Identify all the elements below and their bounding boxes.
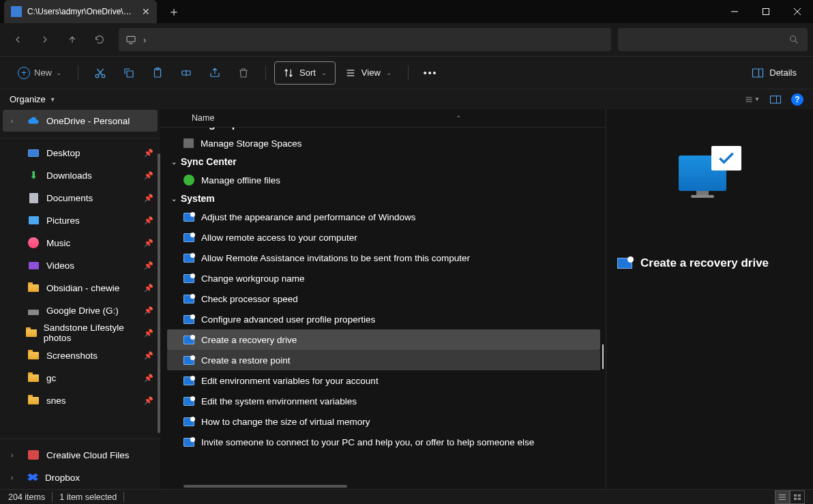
view-toggle-button[interactable]: ▼ — [745, 92, 760, 107]
list-item[interactable]: Edit environment variables for your acco… — [167, 370, 600, 391]
sidebar-item-documents[interactable]: Documents📌 — [3, 187, 158, 209]
window-tab[interactable]: C:\Users\admyr\OneDrive\Des ✕ — [4, 0, 157, 23]
group-header-system[interactable]: ⌄System — [167, 190, 600, 207]
view-label: View — [361, 68, 381, 78]
new-button[interactable]: + New ⌄ — [10, 61, 70, 85]
sidebar-item-downloads[interactable]: ⬇Downloads📌 — [3, 164, 158, 186]
sidebar-item-dropbox[interactable]: ›Dropbox — [3, 466, 158, 488]
details-view-button[interactable] — [775, 490, 790, 504]
tab-close-icon[interactable]: ✕ — [142, 6, 150, 17]
status-bar: 204 items 1 item selected — [0, 489, 813, 504]
chevron-down-icon: ⌄ — [171, 128, 177, 128]
document-icon — [27, 192, 40, 203]
expand-chevron-icon[interactable]: › — [11, 117, 20, 125]
organize-button[interactable]: Organize ▼ — [10, 94, 56, 104]
sidebar-item-pictures[interactable]: Pictures📌 — [3, 209, 158, 231]
forward-button[interactable] — [33, 27, 57, 52]
svg-rect-4 — [127, 36, 135, 42]
column-name-header[interactable]: Name — [192, 113, 214, 123]
help-button[interactable]: ? — [791, 93, 803, 106]
view-button[interactable]: View ⌄ — [337, 61, 400, 85]
group-header-storage-spaces[interactable]: ⌄Storage Spaces — [167, 128, 600, 133]
status-item-count: 204 items — [8, 492, 45, 502]
organize-bar: Organize ▼ ▼ ? — [0, 89, 813, 109]
sort-button[interactable]: Sort ⌄ — [274, 61, 336, 85]
address-bar[interactable]: › — [119, 28, 611, 51]
organize-label: Organize — [10, 94, 46, 104]
control-panel-icon — [183, 274, 194, 283]
sidebar-item-screenshots[interactable]: Screenshots📌 — [3, 344, 158, 366]
list-item[interactable]: Edit the system environment variables — [167, 391, 600, 411]
list-item[interactable]: Adjust the appearance and performance of… — [167, 207, 600, 227]
more-button[interactable]: ••• — [417, 68, 445, 78]
list-item[interactable]: Manage offline files — [167, 170, 600, 190]
preview-toggle-button[interactable] — [768, 92, 783, 107]
list-item[interactable]: Manage Storage Spaces — [167, 133, 600, 153]
svg-rect-10 — [127, 71, 133, 77]
horizontal-scrollbar[interactable] — [183, 485, 347, 488]
sidebar-item-onedrive[interactable]: › OneDrive - Personal — [3, 110, 158, 132]
list-item-selected[interactable]: Create a recovery drive — [167, 329, 600, 350]
minimize-button[interactable] — [719, 0, 750, 23]
sidebar-item-sandstone[interactable]: Sandstone Lifestyle photos📌 — [3, 322, 158, 344]
svg-point-6 — [790, 36, 796, 42]
sidebar-item-videos[interactable]: Videos📌 — [3, 254, 158, 276]
list-item[interactable]: Allow Remote Assistance invitations to b… — [167, 248, 600, 268]
sidebar-item-label: Dropbox — [45, 473, 80, 483]
pin-icon: 📌 — [144, 284, 153, 293]
thumbnails-view-button[interactable] — [790, 490, 805, 504]
back-button[interactable] — [5, 27, 30, 52]
title-bar: C:\Users\admyr\OneDrive\Des ✕ ＋ — [0, 0, 813, 23]
sidebar-item-creative-cloud[interactable]: ›Creative Cloud Files — [3, 444, 158, 466]
list-item[interactable]: Create a restore point — [167, 350, 600, 370]
download-icon: ⬇ — [27, 170, 40, 181]
breadcrumb-chevron[interactable]: › — [143, 35, 146, 45]
list-item[interactable]: Check processor speed — [167, 288, 600, 309]
new-tab-button[interactable]: ＋ — [168, 3, 180, 20]
delete-button[interactable] — [230, 61, 257, 85]
list-item[interactable]: Invite someone to connect to your PC and… — [167, 432, 600, 452]
share-button[interactable] — [201, 61, 228, 85]
sidebar-item-snes[interactable]: snes📌 — [3, 389, 158, 411]
sidebar-item-google-drive[interactable]: Google Drive (G:)📌 — [3, 299, 158, 321]
cut-button[interactable] — [87, 61, 114, 85]
sidebar-item-label: OneDrive - Personal — [46, 116, 130, 126]
control-panel-icon — [183, 376, 194, 385]
group-header-sync-center[interactable]: ⌄Sync Center — [167, 153, 600, 170]
item-label: Manage Storage Spaces — [201, 138, 302, 149]
pin-icon: 📌 — [144, 329, 153, 338]
sidebar-item-label: Desktop — [46, 148, 80, 158]
file-list[interactable]: ⌄Storage Spaces Manage Storage Spaces ⌄S… — [167, 128, 600, 489]
copy-button[interactable] — [115, 61, 143, 85]
sidebar-item-obsidian[interactable]: Obsidian - chewie📌 — [3, 277, 158, 299]
paste-button[interactable] — [144, 61, 171, 85]
control-panel-icon — [183, 295, 194, 303]
list-item[interactable]: Change workgroup name — [167, 268, 600, 288]
list-item[interactable]: Allow remote access to your computer — [167, 227, 600, 248]
list-item[interactable]: How to change the size of virtual memory — [167, 411, 600, 432]
svg-line-7 — [795, 41, 797, 43]
plus-icon: + — [18, 67, 30, 79]
sidebar-item-desktop[interactable]: Desktop📌 — [3, 142, 158, 164]
details-pane-button[interactable]: Details — [745, 68, 803, 78]
separator — [265, 65, 266, 80]
control-panel-icon — [183, 336, 194, 344]
search-input[interactable] — [618, 28, 808, 51]
item-label: Edit environment variables for your acco… — [201, 376, 379, 386]
folder-icon — [26, 327, 37, 338]
sidebar-item-label: Music — [46, 238, 70, 248]
expand-chevron-icon[interactable]: › — [11, 474, 20, 481]
window-controls — [719, 0, 813, 23]
refresh-button[interactable] — [87, 27, 112, 52]
scroll-indicator[interactable] — [602, 344, 604, 369]
up-button[interactable] — [60, 27, 85, 52]
control-panel-icon — [183, 233, 194, 242]
maximize-button[interactable] — [750, 0, 782, 23]
rename-button[interactable] — [173, 61, 200, 85]
list-item[interactable]: Configure advanced user profile properti… — [167, 309, 600, 329]
close-button[interactable] — [782, 0, 813, 23]
sidebar-item-gc[interactable]: gc📌 — [3, 367, 158, 389]
sidebar-item-music[interactable]: Music📌 — [3, 232, 158, 254]
column-header[interactable]: Name ⌃ — [160, 109, 606, 128]
expand-chevron-icon[interactable]: › — [11, 451, 20, 459]
